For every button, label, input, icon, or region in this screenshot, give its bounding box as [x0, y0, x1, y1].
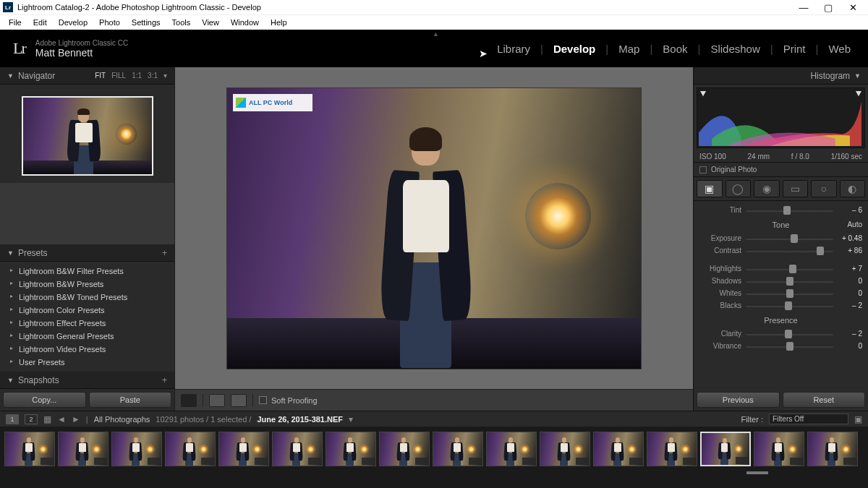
close-button[interactable]: ✕: [841, 2, 865, 13]
radial-filter-tool[interactable]: ○: [811, 180, 837, 197]
menu-develop[interactable]: Develop: [53, 18, 93, 27]
module-develop[interactable]: Develop: [549, 43, 600, 55]
filmstrip-thumb[interactable]: [807, 432, 858, 466]
tint-slider[interactable]: Tint – 6: [699, 204, 862, 216]
preset-folder[interactable]: User Presets: [0, 356, 174, 369]
vibrance-slider[interactable]: Vibrance0: [699, 340, 862, 352]
filmstrip-thumb[interactable]: [433, 432, 483, 466]
zoom-1to1[interactable]: 1:1: [132, 72, 142, 80]
menu-view[interactable]: View: [196, 18, 225, 27]
previous-button[interactable]: Previous: [697, 392, 780, 408]
filmstrip-thumb[interactable]: [647, 432, 697, 466]
filmstrip-thumb[interactable]: [700, 432, 751, 466]
zoom-fit[interactable]: FIT: [95, 72, 106, 80]
main-photo[interactable]: ALL PC World: [227, 88, 641, 369]
snapshots-header[interactable]: ▼ Snapshots +: [0, 372, 174, 389]
paste-button[interactable]: Paste: [89, 392, 172, 408]
add-snapshot-icon[interactable]: +: [162, 375, 167, 385]
filmstrip-thumb[interactable]: [486, 432, 537, 466]
auto-tone-button[interactable]: Auto: [847, 221, 862, 228]
navigator-header[interactable]: ▼ Navigator FIT FILL 1:1 3:1 ▾: [0, 67, 174, 85]
grid-view-icon[interactable]: ▦: [43, 414, 51, 424]
module-print[interactable]: Print: [779, 43, 810, 55]
filmstrip-thumb[interactable]: [272, 432, 323, 466]
disclosure-triangle-icon[interactable]: ▼: [7, 249, 14, 257]
module-slideshow[interactable]: Slideshow: [706, 43, 764, 55]
menu-file[interactable]: File: [3, 18, 27, 27]
second-monitor-1[interactable]: 1: [6, 414, 19, 424]
soft-proofing-toggle[interactable]: Soft Proofing: [259, 396, 318, 405]
module-library[interactable]: Library: [493, 43, 535, 55]
maximize-button[interactable]: ▢: [816, 2, 841, 13]
filter-lock-icon[interactable]: ▣: [854, 414, 862, 424]
add-preset-icon[interactable]: +: [162, 248, 167, 258]
filmstrip-scrollbar[interactable]: [0, 471, 868, 474]
exposure-slider[interactable]: Exposure+ 0.48: [699, 232, 862, 244]
filmstrip-thumb[interactable]: [379, 432, 430, 466]
histogram-header[interactable]: Histogram ▼: [694, 67, 868, 85]
adjustment-brush-tool[interactable]: ◐: [840, 180, 866, 197]
minimize-button[interactable]: —: [791, 2, 816, 13]
preset-folder[interactable]: Lightroom General Presets: [0, 330, 174, 343]
shadows-slider[interactable]: Shadows0: [699, 275, 862, 287]
filmstrip-thumb[interactable]: [218, 432, 269, 466]
reset-button[interactable]: Reset: [783, 392, 866, 408]
menu-window[interactable]: Window: [225, 18, 265, 27]
module-web[interactable]: Web: [824, 43, 855, 55]
current-filename[interactable]: June 26, 2015-381.NEF: [257, 415, 343, 424]
top-panel-toggle-icon[interactable]: ▲: [433, 30, 439, 38]
disclosure-triangle-icon[interactable]: ▼: [854, 72, 861, 80]
module-map[interactable]: Map: [614, 43, 644, 55]
menu-tools[interactable]: Tools: [166, 18, 197, 27]
disclosure-triangle-icon[interactable]: ▼: [7, 72, 14, 80]
spot-removal-tool[interactable]: ◯: [726, 180, 752, 197]
preset-folder[interactable]: Lightroom Color Presets: [0, 304, 174, 317]
filmstrip-thumb[interactable]: [754, 432, 804, 466]
highlights-slider[interactable]: Highlights+ 7: [699, 262, 862, 275]
original-photo-toggle[interactable]: Original Photo: [694, 162, 868, 177]
preset-folder[interactable]: Lightroom Effect Presets: [0, 317, 174, 330]
zoom-dropdown-icon[interactable]: ▾: [163, 72, 167, 80]
filmstrip-thumb[interactable]: [4, 432, 55, 466]
crop-tool[interactable]: ▣: [697, 180, 723, 197]
filter-dropdown[interactable]: Filters Off: [769, 414, 848, 424]
whites-slider[interactable]: Whites0: [699, 287, 862, 299]
blacks-slider[interactable]: Blacks– 2: [699, 299, 862, 312]
filmstrip[interactable]: [0, 427, 868, 471]
histogram-display[interactable]: [697, 87, 865, 148]
menu-edit[interactable]: Edit: [27, 18, 53, 27]
checkbox-icon[interactable]: [699, 166, 707, 174]
filmstrip-thumb[interactable]: [111, 432, 162, 466]
before-after-lr-button[interactable]: [209, 394, 225, 407]
disclosure-triangle-icon[interactable]: ▼: [7, 377, 14, 384]
presets-header[interactable]: ▼ Presets +: [0, 244, 174, 262]
redeye-tool[interactable]: ◉: [754, 180, 780, 197]
zoom-custom[interactable]: 3:1: [148, 72, 158, 80]
module-book[interactable]: Book: [658, 43, 692, 55]
preset-folder[interactable]: Lightroom B&W Presets: [0, 278, 174, 291]
filmstrip-thumb[interactable]: [165, 432, 216, 466]
clarity-slider[interactable]: Clarity– 2: [699, 328, 862, 340]
second-monitor-2[interactable]: 2: [25, 414, 38, 424]
filename-dropdown-icon[interactable]: ▾: [349, 414, 353, 424]
preset-folder[interactable]: Lightroom B&W Toned Presets: [0, 291, 174, 304]
loupe-view-button[interactable]: [181, 394, 197, 407]
menu-settings[interactable]: Settings: [126, 18, 166, 27]
filmstrip-thumb[interactable]: [58, 432, 109, 466]
checkbox-icon[interactable]: [259, 396, 267, 404]
zoom-fill[interactable]: FILL: [111, 72, 126, 80]
navigator-preview[interactable]: [22, 96, 153, 176]
collection-name[interactable]: All Photographs: [94, 415, 150, 424]
filmstrip-thumb[interactable]: [540, 432, 590, 466]
image-canvas[interactable]: ALL PC World: [175, 67, 693, 389]
filmstrip-thumb[interactable]: [326, 432, 376, 466]
copy-button[interactable]: Copy...: [3, 392, 86, 408]
filmstrip-thumb[interactable]: [593, 432, 644, 466]
preset-folder[interactable]: Lightroom Video Presets: [0, 343, 174, 356]
nav-forward-icon[interactable]: ►: [72, 414, 80, 424]
preset-folder[interactable]: Lightroom B&W Filter Presets: [0, 265, 174, 278]
menu-help[interactable]: Help: [265, 18, 293, 27]
menu-photo[interactable]: Photo: [93, 18, 126, 27]
before-after-tb-button[interactable]: [231, 394, 247, 407]
nav-back-icon[interactable]: ◄: [57, 414, 66, 424]
